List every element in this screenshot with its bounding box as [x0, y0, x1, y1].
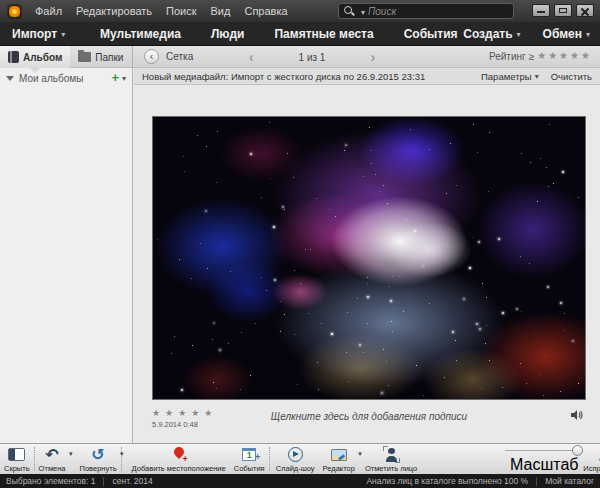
catalog-name[interactable]: Мой каталог: [545, 476, 594, 486]
photo-nebula[interactable]: [152, 116, 586, 400]
caption-placeholder[interactable]: Щелкните здесь для добавления подписи: [152, 411, 586, 422]
undo-dropdown-icon[interactable]: ▾: [69, 450, 73, 458]
next-item-icon[interactable]: ›: [370, 47, 375, 67]
editor-button[interactable]: ▾ Редактор: [323, 444, 355, 474]
slideshow-button[interactable]: Слайд-шоу: [276, 444, 315, 474]
maximize-button[interactable]: [554, 4, 572, 17]
editor-label: Редактор: [323, 464, 355, 473]
hide-panel-label: Скрыть: [4, 464, 30, 473]
single-image-view: ★★★★★ 5.9.2014 0:48 Щелкните здесь для д…: [134, 85, 600, 443]
selected-count: Выбрано элементов: 1: [6, 476, 95, 486]
my-albums-header[interactable]: Мои альбомы +: [0, 68, 132, 88]
zoom-label: Масштаб: [510, 456, 578, 474]
create-button[interactable]: Создать: [463, 27, 520, 41]
mark-face-label: Отметить лицо: [365, 464, 417, 473]
add-album-button[interactable]: +: [111, 71, 126, 85]
menu-help[interactable]: Справка: [244, 5, 287, 17]
tab-album-label: Альбом: [23, 52, 62, 63]
rotate-icon: ↺: [91, 447, 104, 463]
star-icon[interactable]: ★: [581, 50, 590, 61]
prev-item-icon[interactable]: ‹: [249, 47, 254, 67]
tab-places[interactable]: Памятные места: [274, 27, 373, 41]
hide-panel-icon: [8, 448, 25, 461]
slideshow-label: Слайд-шоу: [276, 464, 315, 473]
rating-filter[interactable]: Рейтинг ≥ ★★★★★: [489, 50, 592, 62]
face-icon: [384, 447, 399, 462]
folder-icon: [78, 52, 91, 62]
menu-edit[interactable]: Редактировать: [76, 5, 152, 17]
star-icon[interactable]: ★: [537, 50, 546, 61]
menu-file[interactable]: Файл: [35, 5, 62, 17]
location-pin-icon: [173, 447, 185, 463]
menu-find[interactable]: Поиск: [166, 5, 196, 17]
mark-face-button[interactable]: Отметить лицо: [365, 444, 417, 474]
audio-icon[interactable]: [571, 409, 584, 421]
tab-album[interactable]: Альбом: [0, 46, 70, 68]
fix-button[interactable]: Исправление: [583, 444, 600, 474]
rating-label: Рейтинг: [489, 51, 526, 62]
rating-stars[interactable]: ★★★★★: [537, 50, 592, 62]
tab-folders-label: Папки: [95, 52, 123, 63]
viewer-nav: ‹ Сетка ‹ 1 из 1 › Рейтинг ≥ ★★★★★: [134, 46, 600, 68]
star-icon[interactable]: ★: [559, 50, 568, 61]
search-icon: [343, 5, 355, 17]
item-position: 1 из 1: [299, 52, 326, 63]
window-controls: [532, 4, 594, 17]
clear-button[interactable]: Очистить: [551, 71, 592, 82]
status-divider: [103, 477, 104, 486]
close-button[interactable]: [576, 4, 594, 17]
add-location-label: Добавить местоположение: [132, 464, 226, 473]
mode-tabs: Мультимедиа Люди Памятные места События: [100, 27, 458, 41]
tab-events[interactable]: События: [404, 27, 458, 41]
share-button[interactable]: Обмен: [543, 27, 590, 41]
search-dropdown-icon[interactable]: [357, 2, 365, 20]
status-bar: Выбрано элементов: 1 сент. 2014 Анализ л…: [0, 474, 600, 488]
rotate-label: Повернуть: [80, 464, 117, 473]
zoom-slider-handle[interactable]: [572, 445, 583, 456]
events-button[interactable]: 1 События: [234, 444, 265, 474]
albums-sidebar: Мои альбомы +: [0, 68, 133, 443]
undo-label: Отмена: [39, 464, 66, 473]
menu-view[interactable]: Вид: [211, 5, 231, 17]
album-icon: [8, 51, 19, 63]
toolbar-separator: [34, 447, 35, 471]
search-placeholder: Поиск: [368, 6, 396, 17]
panel-header-bar: Альбом Папки ‹ Сетка ‹ 1 из 1 › Рейтинг …: [0, 46, 600, 68]
find-bar: Новый медиафайл: Импорт с жесткого диска…: [134, 68, 600, 85]
rating-operator[interactable]: ≥: [529, 51, 535, 62]
rotate-dropdown-icon[interactable]: ▾: [120, 450, 124, 458]
import-button[interactable]: Импорт: [12, 27, 65, 41]
status-date: сент. 2014: [112, 476, 152, 486]
tab-media[interactable]: Мультимедиа: [100, 27, 181, 41]
star-icon[interactable]: ★: [548, 50, 557, 61]
hide-panel-button[interactable]: Скрыть: [4, 444, 30, 474]
menu-bar: Файл Редактировать Поиск Вид Справка: [35, 5, 288, 17]
undo-icon: ↶: [45, 447, 58, 463]
rotate-button[interactable]: ↺▾ Повернуть: [80, 444, 117, 474]
fix-label: Исправление: [583, 464, 600, 473]
add-location-button[interactable]: Добавить местоположение: [132, 444, 226, 474]
minimize-button[interactable]: [532, 4, 550, 17]
sidebar-tabs: Альбом Папки: [0, 46, 133, 68]
tab-people[interactable]: Люди: [211, 27, 245, 41]
play-icon: [288, 447, 303, 462]
starfield: [153, 117, 585, 399]
my-albums-label: Мои альбомы: [19, 73, 83, 84]
title-bar: Файл Редактировать Поиск Вид Справка Пои…: [0, 0, 600, 22]
task-toolbar: Скрыть ↶▾ Отмена ↺▾ Повернуть Добавить м…: [0, 443, 600, 474]
zoom-control: Масштаб: [505, 444, 583, 474]
zoom-slider[interactable]: [505, 450, 583, 451]
status-divider: [536, 477, 537, 486]
toolbar-separator: [269, 447, 270, 471]
star-icon[interactable]: ★: [570, 50, 579, 61]
undo-button[interactable]: ↶▾ Отмена: [39, 444, 66, 474]
search-input[interactable]: Поиск: [338, 3, 514, 19]
collapse-icon[interactable]: [6, 76, 14, 81]
options-button[interactable]: Параметры: [481, 71, 539, 82]
tab-folders[interactable]: Папки: [70, 46, 131, 68]
face-analysis-status: Анализ лиц в каталоге выполнено 100 %: [366, 476, 528, 486]
app-icon: [8, 5, 21, 18]
calendar-icon: 1: [242, 448, 256, 461]
find-bar-text: Новый медиафайл: Импорт с жесткого диска…: [142, 71, 425, 82]
editor-dropdown-icon[interactable]: ▾: [358, 450, 362, 458]
